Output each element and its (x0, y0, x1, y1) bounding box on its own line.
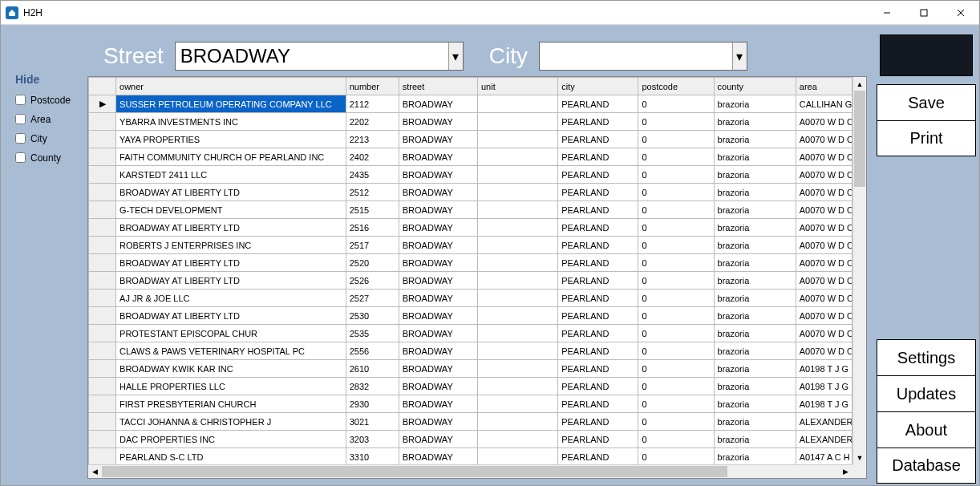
cell-postcode[interactable]: 0 (638, 113, 714, 131)
cell-postcode[interactable]: 0 (638, 131, 714, 148)
table-row[interactable]: BROADWAY AT LIBERTY LTD2516BROADWAYPEARL… (89, 219, 852, 237)
minimize-button[interactable] (869, 1, 905, 25)
cell-unit[interactable] (477, 219, 557, 237)
cell-city[interactable]: PEARLAND (558, 166, 638, 184)
cell-unit[interactable] (477, 166, 557, 184)
cell-city[interactable]: PEARLAND (558, 148, 638, 166)
vertical-scrollbar[interactable]: ▲ ▼ (852, 77, 866, 464)
preview-thumbnail[interactable] (880, 34, 973, 76)
cell-city[interactable]: PEARLAND (558, 360, 638, 378)
row-selector[interactable] (89, 395, 116, 413)
cell-number[interactable]: 2530 (346, 307, 399, 325)
cell-county[interactable]: brazoria (714, 325, 796, 342)
cell-street[interactable]: BROADWAY (399, 431, 477, 448)
table-row[interactable]: G-TECH DEVELOPMENT2515BROADWAYPEARLAND0b… (89, 201, 852, 219)
cell-city[interactable]: PEARLAND (558, 201, 638, 219)
cell-area[interactable]: A0070 W D C (796, 325, 852, 342)
scroll-down-icon[interactable]: ▼ (853, 451, 866, 464)
cell-street[interactable]: BROADWAY (399, 254, 477, 272)
cell-owner[interactable]: BROADWAY AT LIBERTY LTD (116, 272, 346, 290)
row-selector[interactable] (89, 413, 116, 431)
column-header-city[interactable]: city (558, 78, 638, 95)
cell-county[interactable]: brazoria (714, 254, 796, 272)
table-row[interactable]: YAYA PROPERTIES2213BROADWAYPEARLAND0braz… (89, 131, 852, 148)
data-grid[interactable]: ownernumberstreetunitcitypostcodecountya… (87, 76, 867, 479)
cell-unit[interactable] (477, 148, 557, 166)
cell-area[interactable]: ALEXANDER (796, 413, 852, 431)
cell-city[interactable]: PEARLAND (558, 219, 638, 237)
row-selector[interactable] (89, 360, 116, 378)
cell-number[interactable]: 2402 (346, 148, 399, 166)
cell-unit[interactable] (477, 395, 557, 413)
cell-unit[interactable] (477, 378, 557, 395)
table-row[interactable]: BROADWAY KWIK KAR INC2610BROADWAYPEARLAN… (89, 360, 852, 378)
cell-street[interactable]: BROADWAY (399, 95, 477, 113)
cell-unit[interactable] (477, 272, 557, 290)
cell-unit[interactable] (477, 360, 557, 378)
cell-owner[interactable]: AJ JR & JOE LLC (116, 290, 346, 307)
filter-county[interactable]: County (12, 150, 81, 165)
table-row[interactable]: BROADWAY AT LIBERTY LTD2530BROADWAYPEARL… (89, 307, 852, 325)
cell-number[interactable]: 2535 (346, 325, 399, 342)
cell-number[interactable]: 2516 (346, 219, 399, 237)
cell-number[interactable]: 2517 (346, 237, 399, 254)
filter-checkbox-postcode[interactable] (15, 95, 26, 105)
cell-number[interactable]: 2556 (346, 342, 399, 360)
filter-checkbox-city[interactable] (15, 133, 26, 144)
row-selector[interactable] (89, 325, 116, 342)
scroll-left-icon[interactable]: ◀ (88, 465, 102, 478)
save-button[interactable]: Save (877, 84, 976, 120)
cell-street[interactable]: BROADWAY (399, 378, 477, 395)
filter-postcode[interactable]: Postcode (12, 92, 81, 107)
cell-area[interactable]: A0198 T J G (796, 360, 852, 378)
city-combo[interactable]: ▾ (539, 42, 747, 71)
cell-county[interactable]: brazoria (714, 431, 796, 448)
column-header-unit[interactable]: unit (477, 78, 557, 95)
cell-street[interactable]: BROADWAY (399, 325, 477, 342)
street-dropdown-icon[interactable]: ▾ (448, 43, 463, 70)
cell-owner[interactable]: BROADWAY AT LIBERTY LTD (116, 254, 346, 272)
table-row[interactable]: BROADWAY AT LIBERTY LTD2512BROADWAYPEARL… (89, 184, 852, 201)
cell-county[interactable]: brazoria (714, 131, 796, 148)
cell-county[interactable]: brazoria (714, 219, 796, 237)
cell-county[interactable]: brazoria (714, 166, 796, 184)
cell-postcode[interactable]: 0 (638, 290, 714, 307)
cell-owner[interactable]: BROADWAY AT LIBERTY LTD (116, 307, 346, 325)
row-selector[interactable] (89, 272, 116, 290)
cell-area[interactable]: A0070 W D C (796, 166, 852, 184)
row-selector[interactable]: ▶ (89, 95, 116, 113)
cell-postcode[interactable]: 0 (638, 95, 714, 113)
row-selector[interactable] (89, 219, 116, 237)
cell-area[interactable]: CALLIHAN G (796, 95, 852, 113)
row-selector[interactable] (89, 237, 116, 254)
table-row[interactable]: DAC PROPERTIES INC3203BROADWAYPEARLAND0b… (89, 431, 852, 448)
cell-owner[interactable]: PROTESTANT EPISCOPAL CHUR (116, 325, 346, 342)
cell-unit[interactable] (477, 184, 557, 201)
cell-postcode[interactable]: 0 (638, 342, 714, 360)
cell-city[interactable]: PEARLAND (558, 95, 638, 113)
city-input[interactable] (540, 43, 732, 69)
cell-number[interactable]: 2202 (346, 113, 399, 131)
cell-area[interactable]: A0198 T J G (796, 395, 852, 413)
cell-postcode[interactable]: 0 (638, 360, 714, 378)
cell-county[interactable]: brazoria (714, 395, 796, 413)
cell-city[interactable]: PEARLAND (558, 184, 638, 201)
cell-city[interactable]: PEARLAND (558, 131, 638, 148)
cell-postcode[interactable]: 0 (638, 413, 714, 431)
cell-city[interactable]: PEARLAND (558, 325, 638, 342)
table-row[interactable]: ▶SUSSER PETROLEUM OPERATING COMPANY LLC2… (89, 95, 852, 113)
cell-unit[interactable] (477, 113, 557, 131)
cell-area[interactable]: A0070 W D C (796, 342, 852, 360)
cell-city[interactable]: PEARLAND (558, 113, 638, 131)
table-row[interactable]: BROADWAY AT LIBERTY LTD2520BROADWAYPEARL… (89, 254, 852, 272)
column-header-county[interactable]: county (714, 78, 796, 95)
cell-area[interactable]: A0070 W D C (796, 201, 852, 219)
cell-area[interactable]: A0070 W D C (796, 290, 852, 307)
horizontal-scrollbar[interactable]: ◀ ▶ (88, 464, 852, 478)
cell-owner[interactable]: FIRST PRESBYTERIAN CHURCH (116, 395, 346, 413)
cell-owner[interactable]: FAITH COMMUNITY CHURCH OF PEARLAND INC (116, 148, 346, 166)
cell-unit[interactable] (477, 290, 557, 307)
row-selector[interactable] (89, 148, 116, 166)
table-row[interactable]: TACCI JOHANNA & CHRISTOPHER J3021BROADWA… (89, 413, 852, 431)
cell-owner[interactable]: G-TECH DEVELOPMENT (116, 201, 346, 219)
